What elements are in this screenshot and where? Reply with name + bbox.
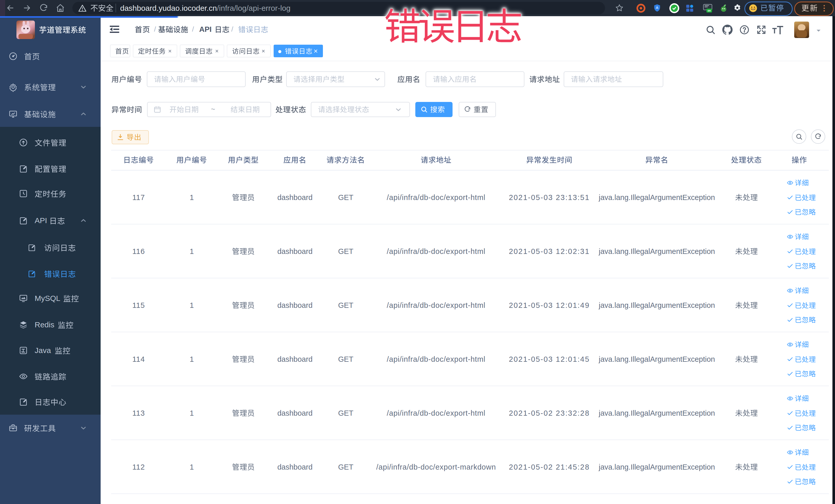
svg-text:on: on: [708, 9, 711, 12]
